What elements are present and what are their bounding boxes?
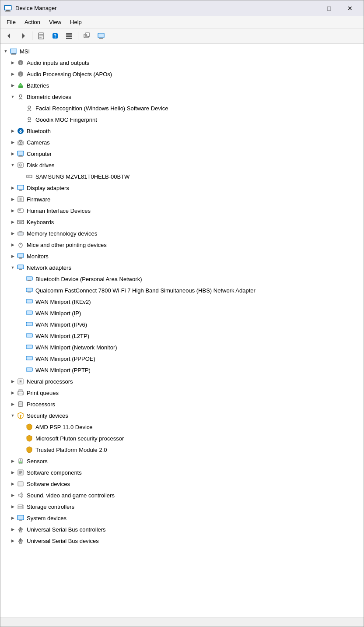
expand-icon[interactable]: ▶: [9, 59, 16, 66]
expand-icon[interactable]: ▶: [9, 253, 16, 260]
expand-icon[interactable]: ▶: [9, 127, 16, 134]
expand-icon[interactable]: ▶: [9, 139, 16, 146]
list-item[interactable]: ▶ Neural processors: [0, 376, 364, 387]
menu-view[interactable]: View: [45, 17, 66, 27]
svg-rect-48: [27, 175, 32, 178]
expand-icon[interactable]: ▶: [9, 378, 16, 385]
svg-rect-99: [27, 311, 32, 314]
item-label: Human Interface Devices: [27, 208, 91, 214]
list-item[interactable]: ▶ Human Interface Devices: [0, 205, 364, 216]
item-label: Neural processors: [27, 378, 73, 385]
expand-icon[interactable]: ▶: [9, 70, 16, 77]
expand-icon[interactable]: ▶: [9, 207, 16, 214]
list-item[interactable]: WAN Miniport (L2TP): [0, 330, 364, 342]
expand-icon[interactable]: ▶: [9, 458, 16, 465]
list-item[interactable]: WAN Miniport (IP): [0, 307, 364, 319]
list-item[interactable]: ▶ Processors: [0, 398, 364, 410]
list-item[interactable]: ▶ System devices: [0, 512, 364, 524]
list-item[interactable]: ▶ Computer: [0, 148, 364, 159]
list-item[interactable]: WAN Miniport (IPv6): [0, 319, 364, 330]
list-item[interactable]: ▶ Keyboards: [0, 216, 364, 228]
tree-root[interactable]: ▼ MSI: [0, 46, 364, 57]
expand-icon[interactable]: ▼: [9, 93, 16, 100]
list-item[interactable]: ▶ Print queues: [0, 387, 364, 398]
menu-file[interactable]: File: [2, 17, 20, 27]
expand-icon[interactable]: ▶: [9, 492, 16, 499]
list-item[interactable]: ▶ Universal Serial Bus controllers: [0, 524, 364, 535]
list-item[interactable]: Bluetooth Device (Personal Area Network): [0, 273, 364, 285]
list-item[interactable]: ▶ Sensors: [0, 455, 364, 467]
expand-icon[interactable]: ▶: [9, 480, 16, 487]
expand-icon[interactable]: ▶: [9, 503, 16, 510]
list-item[interactable]: Goodix MOC Fingerprint: [0, 114, 364, 125]
list-item[interactable]: ▶ Batteries: [0, 80, 364, 91]
expand-icon[interactable]: ▶: [9, 401, 16, 408]
expand-icon[interactable]: ▶: [9, 514, 16, 521]
list-item[interactable]: Qualcomm FastConnect 7800 Wi-Fi 7 High B…: [0, 285, 364, 296]
svg-rect-2: [5, 11, 10, 12]
properties-button[interactable]: [35, 30, 47, 42]
list-item[interactable]: Facial Recognition (Windows Hello) Softw…: [0, 102, 364, 114]
maximize-button[interactable]: □: [319, 2, 339, 15]
list-item[interactable]: ▼ Security devices: [0, 410, 364, 421]
tree-content[interactable]: ▼ MSI ▶ ♪ Audio inputs and outputs: [0, 44, 364, 617]
list-item[interactable]: WAN Miniport (PPTP): [0, 364, 364, 376]
expand-icon[interactable]: ▶: [9, 526, 16, 533]
expand-icon[interactable]: ▼: [9, 412, 16, 419]
minimize-button[interactable]: —: [298, 2, 318, 15]
list-item[interactable]: ▶ Cameras: [0, 137, 364, 148]
item-label: Trusted Platform Module 2.0: [35, 447, 107, 453]
list-item[interactable]: ▶ Universal Serial Bus devices: [0, 535, 364, 546]
expand-icon[interactable]: ▶: [9, 537, 16, 544]
list-item[interactable]: ▶ Software devices: [0, 478, 364, 490]
list-item[interactable]: SAMSUNG MZVL81T0HELB-00BTW: [0, 171, 364, 182]
list-item[interactable]: ▼ Biometric devices: [0, 91, 364, 102]
list-item[interactable]: ▶ Display adapters: [0, 182, 364, 194]
list-item[interactable]: ▶ Memory technology devices: [0, 228, 364, 239]
list-item[interactable]: ▶ ♪ Audio Processing Objects (APOs): [0, 68, 364, 80]
list-item[interactable]: Microsoft Pluton security processor: [0, 433, 364, 444]
list-item[interactable]: Trusted Platform Module 2.0: [0, 444, 364, 455]
list-item[interactable]: ▶ Sound, video and game controllers: [0, 490, 364, 501]
expand-icon[interactable]: ▶: [9, 230, 16, 237]
scan-button[interactable]: [81, 30, 93, 42]
expand-icon[interactable]: ▶: [9, 469, 16, 476]
item-label: Bluetooth: [27, 128, 51, 134]
forward-button[interactable]: [17, 30, 29, 42]
close-button[interactable]: ✕: [340, 2, 360, 15]
list-item[interactable]: ▶ Monitors: [0, 250, 364, 262]
update-button[interactable]: [95, 30, 107, 42]
svg-point-147: [19, 529, 20, 531]
help-button[interactable]: ?: [49, 30, 61, 42]
expand-icon[interactable]: ▶: [9, 196, 16, 203]
list-item[interactable]: ▼ Disk drives: [0, 159, 364, 171]
list-item[interactable]: ▶ Firmware: [0, 194, 364, 205]
list-item[interactable]: WAN Miniport (PPPOE): [0, 353, 364, 364]
expand-icon[interactable]: ▶: [9, 218, 16, 225]
expand-icon[interactable]: ▶: [9, 389, 16, 396]
list-item[interactable]: ▶ Bluetooth: [0, 125, 364, 137]
root-expand-icon[interactable]: ▼: [2, 48, 9, 55]
expand-icon[interactable]: ▶: [9, 82, 16, 89]
list-item[interactable]: ▶ ♪ Audio inputs and outputs: [0, 57, 364, 68]
expand-icon[interactable]: ▶: [9, 241, 16, 248]
list-item[interactable]: ▶ Software components: [0, 467, 364, 478]
expand-icon[interactable]: ▼: [9, 162, 16, 169]
expand-icon[interactable]: ▼: [9, 264, 16, 271]
list-item[interactable]: WAN Miniport (IKEv2): [0, 296, 364, 307]
item-label: WAN Miniport (Network Monitor): [35, 344, 117, 351]
list-item[interactable]: AMD PSP 11.0 Device: [0, 421, 364, 433]
svg-text:♪: ♪: [20, 60, 22, 65]
menu-help[interactable]: Help: [66, 17, 86, 27]
list-item[interactable]: ▶ Storage controllers: [0, 501, 364, 512]
svg-rect-149: [21, 529, 23, 530]
back-button[interactable]: [3, 30, 15, 42]
keyboard-icon: [16, 218, 25, 226]
list-item[interactable]: WAN Miniport (Network Monitor): [0, 342, 364, 353]
list-item[interactable]: ▶ Mice and other pointing devices: [0, 239, 364, 250]
menu-action[interactable]: Action: [20, 17, 45, 27]
view-list-button[interactable]: [63, 30, 75, 42]
list-item[interactable]: ▼ Network adapters: [0, 262, 364, 273]
expand-icon[interactable]: ▶: [9, 150, 16, 157]
expand-icon[interactable]: ▶: [9, 184, 16, 191]
